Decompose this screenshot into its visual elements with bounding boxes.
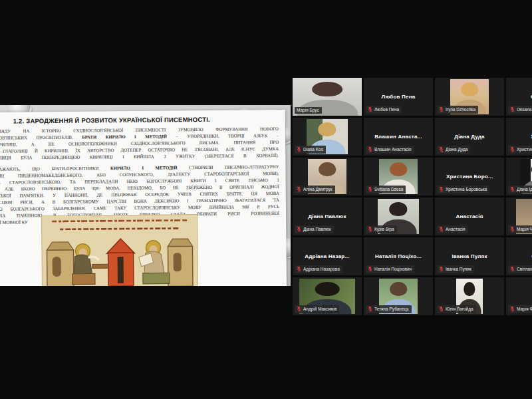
participant-tile[interactable]: Діана Дуда Діана Дуда	[435, 118, 504, 156]
participant-tile[interactable]: Марія Марія Ф	[506, 277, 532, 315]
participant-name: Діана Ід	[517, 187, 532, 192]
participant-name-label: Oksana T	[508, 106, 532, 114]
presentation-slide: 1.2. ЗАРОДЖЕННЯ Й РОЗВИТОК УКРАЇНСЬКОЇ П…	[0, 110, 287, 286]
participant-tile[interactable]: Марія Ч	[506, 198, 532, 235]
participant-name-label: Наталія Поціхович	[366, 265, 414, 273]
participant-tile[interactable]: Аліна Дмитрук	[293, 158, 362, 196]
participant-name: Svitlana Dzesa	[374, 187, 403, 192]
muted-mic-icon	[368, 186, 372, 192]
participant-name: Марія Ч	[517, 227, 532, 231]
participant-name-label: Іванка Пуляк	[437, 265, 474, 273]
participant-name-label: Влашин Анастасія	[366, 146, 414, 154]
slide-paragraph-1: ОГЛЯДУ НА ІСТОРІЮ СХІДНОСЛОВ'ЯНСЬКОЇ ПИС…	[0, 126, 279, 162]
muted-mic-icon	[510, 106, 515, 112]
participant-name: Христина Боровська	[446, 187, 487, 192]
participant-name: Любов Пена	[374, 107, 399, 112]
participant-tile[interactable]: Diana Kos	[293, 118, 362, 156]
participant-name-label: Svitlana Dzesa	[366, 186, 406, 194]
muted-mic-icon	[510, 226, 515, 232]
participant-name-label: Diana Kos	[295, 146, 326, 154]
participant-gallery: Марія Брус Любов Пена Любов Пена	[293, 78, 532, 317]
participant-name: Світлана	[517, 267, 532, 271]
participant-tile[interactable]: Тетяна Рубанець	[364, 277, 433, 315]
participant-name-label: Марія Брус	[295, 107, 322, 114]
participant-tile[interactable]: Любов Пена Любов Пена	[364, 78, 433, 116]
participant-name: Аліна Дмитрук	[303, 187, 332, 192]
muted-mic-icon	[297, 226, 301, 232]
muted-mic-icon	[297, 306, 301, 312]
participant-name-label: Iryna Dzhochka	[437, 106, 478, 114]
muted-mic-icon	[368, 146, 372, 152]
participant-name: Андрій Максимів	[303, 307, 336, 311]
participant-name: Кузів Віра	[374, 227, 394, 231]
participant-name-label: Адріана Назарова	[295, 265, 342, 273]
participant-name: Адріана Назарова	[303, 267, 340, 271]
muted-mic-icon	[439, 306, 444, 312]
participant-name-label: Андрій Максимів	[295, 305, 339, 313]
muted-mic-icon	[368, 226, 372, 232]
participant-tile[interactable]: Oksana Oksana T	[506, 78, 532, 116]
participant-name: Марія Брус	[297, 108, 319, 112]
muted-mic-icon	[510, 146, 515, 152]
participant-name: Юлія Лагойда	[446, 307, 473, 311]
participant-name-label: Аліна Дмитрук	[295, 186, 335, 194]
meeting-window: { "colors": { "background": "#0a0a0a", "…	[0, 0, 532, 399]
participant-name: Діана Павлюк	[303, 227, 331, 231]
participant-tile[interactable]: Анастасія Анастасія	[435, 198, 504, 235]
participant-name: Анастасія	[446, 227, 466, 231]
participant-tile[interactable]: Svitlana Dzesa	[364, 158, 433, 196]
participant-name-label: Світлана	[508, 265, 532, 273]
muted-mic-icon	[368, 266, 372, 272]
participant-name: Diana Kos	[303, 147, 323, 152]
participant-tile[interactable]: Влашин Анаста... Влашин Анастасія	[364, 118, 433, 156]
muted-mic-icon	[368, 106, 372, 112]
participant-tile[interactable]: Іванка Пуляк Іванка Пуляк	[435, 237, 504, 275]
participant-tile[interactable]: Христина Боро... Христина Боровська	[435, 158, 504, 196]
participant-name-label: Діана Ід	[508, 186, 532, 194]
participant-tile[interactable]: Марія Брус	[293, 78, 362, 116]
muted-mic-icon	[510, 306, 515, 312]
muted-mic-icon	[439, 106, 444, 112]
participant-name: Наталія Поціхович	[374, 267, 412, 271]
participant-name: Влашин Анастасія	[374, 147, 412, 152]
participant-tile[interactable]: Адріана Назар... Адріана Назарова	[293, 237, 362, 275]
participant-name: Іванка Пуляк	[446, 267, 471, 271]
muted-mic-icon	[439, 186, 444, 192]
participant-name-label: Діана Дуда	[437, 146, 470, 154]
participant-name: Iryna Dzhochka	[446, 107, 475, 112]
participant-tile[interactable]: Діана Павлюк Діана Павлюк	[293, 198, 362, 235]
participant-tile[interactable]: Світла Світлана	[506, 237, 532, 275]
participant-name-label: Кузів Віра	[366, 225, 397, 233]
participant-tile[interactable]: Юлія Лагойда	[435, 277, 504, 315]
participant-tile[interactable]: Діана Ід	[506, 158, 532, 196]
participant-tile[interactable]: Андрій Максимів	[293, 277, 362, 315]
muted-mic-icon	[439, 146, 444, 152]
participant-name-label: Анастасія	[437, 225, 468, 233]
participant-name: Христин	[517, 147, 532, 152]
participant-tile[interactable]: Iryna Dzhochka	[435, 78, 504, 116]
participant-name-label: Христина Боровська	[437, 186, 489, 194]
screen-share-area[interactable]: 1.2. ЗАРОДЖЕННЯ Й РОЗВИТОК УКРАЇНСЬКОЇ П…	[0, 105, 291, 286]
participant-name: Тетяна Рубанець	[374, 307, 409, 311]
participant-name-label: Марія Ф	[508, 305, 532, 313]
participant-tile[interactable]: Кузів Віра	[364, 198, 433, 235]
participant-name-label: Марія Ч	[508, 225, 532, 233]
muted-mic-icon	[439, 226, 444, 232]
muted-mic-icon	[510, 266, 515, 272]
muted-mic-icon	[297, 186, 301, 192]
participant-name-label: Тетяна Рубанець	[366, 305, 412, 313]
participant-name: Oksana T	[517, 107, 532, 112]
participant-tile[interactable]: Христи Христин	[506, 118, 532, 156]
participant-name: Діана Дуда	[446, 147, 467, 152]
participant-name-label: Христин	[508, 146, 532, 154]
muted-mic-icon	[368, 306, 372, 312]
slide-title: 1.2. ЗАРОДЖЕННЯ Й РОЗВИТОК УКРАЇНСЬКОЇ П…	[11, 116, 212, 125]
muted-mic-icon	[297, 266, 301, 272]
muted-mic-icon	[439, 266, 444, 272]
participant-name: Марія Ф	[517, 307, 532, 311]
muted-mic-icon	[510, 186, 515, 192]
participant-name-label: Любов Пена	[366, 106, 402, 114]
participant-tile[interactable]: Наталія Поціхо... Наталія Поціхович	[364, 237, 433, 275]
participant-name-label: Діана Павлюк	[295, 225, 334, 233]
participant-name-label: Юлія Лагойда	[437, 305, 476, 313]
